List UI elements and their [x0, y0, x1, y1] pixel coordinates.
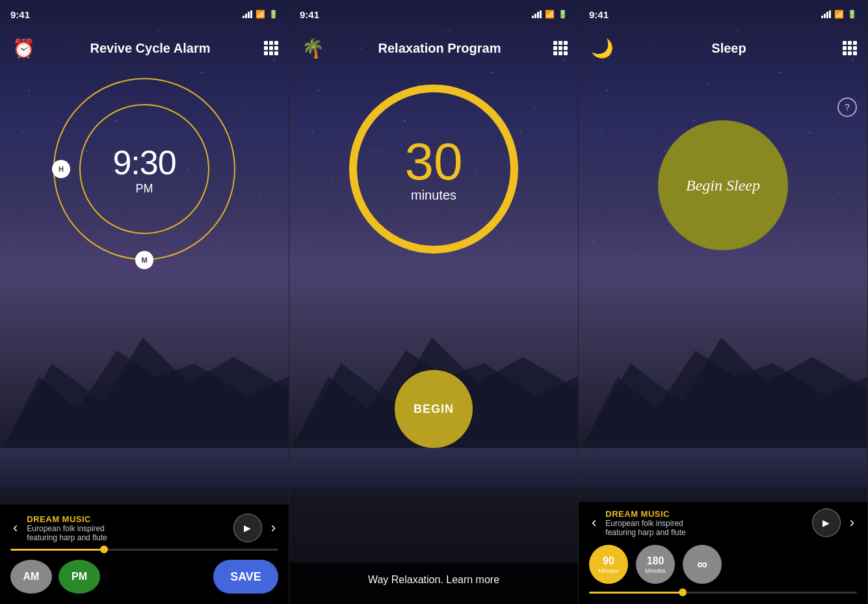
app-title: Revive Cycle Alarm — [36, 41, 264, 56]
status-time: 9:41 — [10, 9, 30, 20]
status-bar: 9:41 📶 🔋 — [579, 0, 867, 29]
mountain-bg — [0, 311, 289, 454]
next-track-button[interactable]: › — [847, 512, 857, 534]
timer-widget[interactable]: 30 minutes — [349, 85, 518, 254]
progress-fill — [10, 549, 104, 551]
prev-track-button[interactable]: ‹ — [589, 512, 599, 534]
progress-bar[interactable] — [10, 549, 278, 551]
status-icons: 📶 🔋 — [532, 10, 568, 19]
help-button[interactable]: ? — [837, 98, 857, 117]
next-track-button[interactable]: › — [269, 517, 278, 539]
music-desc-line2: featuring harp and flute — [605, 528, 805, 537]
status-time: 9:41 — [589, 9, 609, 20]
status-bar: 9:41 📶 🔋 — [289, 0, 578, 29]
app-icon: 🌙 — [589, 35, 615, 61]
battery-icon: 🔋 — [269, 10, 278, 19]
minute-handle[interactable]: M — [135, 251, 153, 269]
mountain-bg — [579, 311, 867, 454]
header: ⏰ Revive Cycle Alarm — [0, 29, 289, 68]
app-icon: ⏰ — [10, 35, 36, 61]
status-time: 9:41 — [300, 9, 319, 20]
timer-unit: minutes — [411, 188, 456, 203]
grid-menu-button[interactable] — [843, 41, 857, 55]
pm-button[interactable]: PM — [59, 560, 100, 594]
am-button[interactable]: AM — [10, 560, 52, 594]
alarm-icon: ⏰ — [12, 38, 35, 59]
signal-icon — [532, 10, 542, 18]
music-desc-line1: European folk inspired — [605, 519, 805, 528]
progress-bar[interactable] — [589, 592, 857, 594]
water-reflection — [289, 448, 578, 487]
timer-display: 30 minutes — [405, 136, 463, 203]
music-row: ‹ DREAM MUSIC European folk inspired fea… — [10, 514, 278, 542]
signal-icon — [243, 10, 252, 18]
grid-menu-button[interactable] — [553, 41, 568, 55]
relaxation-icon: 🌴 — [302, 38, 324, 59]
time-period: PM — [136, 182, 153, 196]
app-icon: 🌴 — [300, 35, 326, 61]
timer-number: 30 — [405, 136, 463, 188]
wifi-icon: 📶 — [834, 10, 844, 19]
bottom-controls: ‹ DREAM MUSIC European folk inspired fea… — [579, 502, 867, 604]
music-desc-line1: European folk inspired — [27, 524, 226, 533]
prev-track-button[interactable]: ‹ — [10, 517, 20, 539]
progress-thumb[interactable] — [679, 588, 687, 596]
music-info: DREAM MUSIC European folk inspired featu… — [27, 514, 226, 542]
panel-sleep: 9:41 📶 🔋 🌙 Sleep ? Begin Sleep — [579, 0, 868, 604]
duration-row: 90 Minutes 180 Minutes ∞ — [589, 545, 857, 584]
hour-handle[interactable]: H — [52, 160, 70, 178]
learn-more-text[interactable]: Way Relaxation. Learn more — [300, 569, 568, 591]
sleep-icon: 🌙 — [591, 38, 614, 59]
progress-thumb[interactable] — [100, 545, 108, 553]
music-title: DREAM MUSIC — [605, 509, 805, 519]
grid-menu-button[interactable] — [264, 41, 278, 55]
bottom-controls: ‹ DREAM MUSIC European folk inspired fea… — [0, 505, 289, 604]
status-icons: 📶 🔋 — [243, 10, 278, 19]
time-display: 9:30 PM — [112, 143, 176, 196]
progress-fill — [589, 592, 683, 594]
bottom-controls: Way Relaxation. Learn more — [289, 562, 578, 604]
begin-button[interactable]: BEGIN — [395, 370, 473, 448]
begin-sleep-label: Begin Sleep — [686, 177, 760, 194]
duration-infinite-button[interactable]: ∞ — [683, 545, 722, 584]
save-button[interactable]: SAVE — [213, 560, 278, 594]
wifi-icon: 📶 — [256, 10, 265, 19]
ampm-row: AM PM SAVE — [10, 560, 278, 594]
duration-90-button[interactable]: 90 Minutes — [589, 545, 628, 584]
duration-180-button[interactable]: 180 Minutes — [636, 545, 675, 584]
begin-sleep-button[interactable]: Begin Sleep — [658, 120, 788, 250]
music-row: ‹ DREAM MUSIC European folk inspired fea… — [589, 508, 857, 537]
header: 🌙 Sleep — [579, 29, 867, 68]
music-desc-line2: featuring harp and flute — [27, 533, 226, 542]
water-reflection — [0, 448, 289, 487]
panel-relaxation: 9:41 📶 🔋 🌴 Relaxation Program 30 — [289, 0, 579, 604]
battery-icon: 🔋 — [558, 10, 568, 19]
battery-icon: 🔋 — [847, 10, 857, 19]
play-button[interactable]: ▶ — [233, 514, 262, 542]
status-icons: 📶 🔋 — [821, 10, 857, 19]
time-value: 9:30 — [112, 143, 176, 182]
app-title: Relaxation Program — [326, 41, 553, 56]
panel-alarm: 9:41 📶 🔋 ⏰ Revive Cycle Alarm H — [0, 0, 289, 604]
clock-widget[interactable]: H 9:30 PM M — [53, 78, 235, 260]
music-info: DREAM MUSIC European folk inspired featu… — [605, 509, 805, 537]
wifi-icon: 📶 — [545, 10, 555, 19]
music-title: DREAM MUSIC — [27, 514, 226, 524]
status-bar: 9:41 📶 🔋 — [0, 0, 289, 29]
signal-icon — [821, 10, 831, 18]
water-reflection — [579, 448, 867, 487]
app-title: Sleep — [615, 41, 843, 56]
header: 🌴 Relaxation Program — [289, 29, 578, 68]
play-button[interactable]: ▶ — [812, 508, 841, 537]
